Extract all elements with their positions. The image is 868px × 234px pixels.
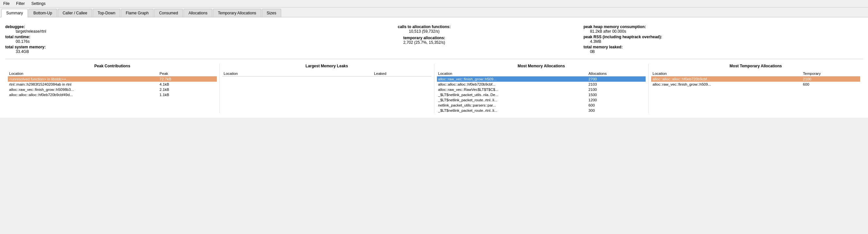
- table-row[interactable]: alloc::raw_vec::finish_grow::h5098b3...: [8, 87, 158, 92]
- table-row[interactable]: _$LT$netlink_packet_route..rtnl..li...: [437, 97, 588, 103]
- peak-rss-label: peak RSS (including heaptrack overhead):: [584, 35, 662, 39]
- tab-temporary-allocations[interactable]: Temporary Allocations: [213, 9, 261, 17]
- temp-col-temporary: Temporary: [802, 71, 860, 77]
- main-content: debuggee: target/release/rtnl total runt…: [0, 17, 868, 118]
- system-memory-value: 33.4GB: [5, 49, 29, 54]
- peak-rss-value: 4.3MB: [584, 39, 601, 44]
- allocs-col-location: Location: [437, 71, 588, 77]
- info-col-left: debuggee: target/release/rtnl total runt…: [5, 25, 284, 55]
- charts-section: Peak Contributions Location Peak <unreso…: [5, 59, 863, 113]
- leaks-col-leaked: Leaked: [373, 71, 431, 77]
- table-row[interactable]: _$LT$netlink_packet_utils..nla..De...: [437, 92, 588, 97]
- tab-bottom-up[interactable]: Bottom-Up: [28, 9, 57, 17]
- largest-leaks-table: Location Leaked: [222, 71, 431, 77]
- peak-contributions-panel: Peak Contributions Location Peak <unreso…: [5, 64, 220, 113]
- table-row[interactable]: alloc::raw_vec::RawVec$LT$T$C$...: [437, 87, 588, 92]
- info-col-right: peak heap memory consumption: 81.2kB aft…: [564, 25, 863, 55]
- debuggee-label: debuggee:: [5, 25, 25, 29]
- menu-file[interactable]: File: [2, 1, 11, 6]
- temp-col-location: Location: [651, 71, 802, 77]
- peak-heap-value: 81.2kB after 00.000s: [584, 29, 626, 34]
- peak-col-location: Location: [8, 71, 158, 77]
- largest-leaks-panel: Largest Memory Leaks Location Leaked: [220, 64, 434, 113]
- total-leaked-label: total memory leaked:: [584, 45, 623, 49]
- largest-leaks-title: Largest Memory Leaks: [222, 64, 431, 68]
- peak-col-peak: Peak: [158, 71, 217, 77]
- table-row[interactable]: alloc::alloc::alloc::hf0eb720b9cbf49d...: [8, 92, 158, 97]
- table-row[interactable]: netlink_packet_utils::parsers::par...: [437, 103, 588, 108]
- calls-label: calls to allocation functions:: [398, 25, 451, 29]
- tab-consumed[interactable]: Consumed: [154, 9, 183, 17]
- tab-caller-callee[interactable]: Caller / Callee: [58, 9, 92, 17]
- runtime-label: total runtime:: [5, 35, 30, 39]
- tab-sizes[interactable]: Sizes: [262, 9, 281, 17]
- menubar: File Filter Settings: [0, 0, 868, 7]
- table-row[interactable]: alloc::raw_vec::finish_grow::h509...: [651, 82, 802, 87]
- tab-summary[interactable]: Summary: [1, 9, 28, 17]
- tab-allocations[interactable]: Allocations: [184, 9, 212, 17]
- table-row[interactable]: alloc::raw_vec::finish_grow::h509...: [437, 77, 588, 82]
- leaks-col-location: Location: [222, 71, 373, 77]
- table-row[interactable]: alloc::alloc::alloc::hf0eb720b9cbf...: [651, 77, 802, 82]
- menu-settings[interactable]: Settings: [30, 1, 47, 6]
- tab-bar: Summary Bottom-Up Caller / Callee Top-Do…: [0, 7, 868, 17]
- calls-value: 10,513 (59,732/s): [409, 29, 439, 34]
- most-temporary-title: Most Temporary Allocations: [651, 64, 860, 68]
- info-col-center: calls to allocation functions: 10,513 (5…: [284, 25, 564, 55]
- table-row[interactable]: <unresolved function> in libstdc++....: [8, 77, 158, 82]
- tab-top-down[interactable]: Top-Down: [93, 9, 120, 17]
- most-allocations-table: Location Allocations alloc::raw_vec::fin…: [437, 71, 646, 113]
- most-temporary-table: Location Temporary alloc::alloc::alloc::…: [651, 71, 860, 87]
- allocs-col-allocs: Allocations: [587, 71, 646, 77]
- total-leaked-value: 0B: [584, 49, 595, 54]
- system-memory-label: total system memory:: [5, 45, 46, 49]
- info-section: debuggee: target/release/rtnl total runt…: [5, 22, 863, 59]
- most-allocations-panel: Most Memory Allocations Location Allocat…: [434, 64, 649, 113]
- peak-heap-label: peak heap memory consumption:: [584, 25, 646, 29]
- menu-filter[interactable]: Filter: [15, 1, 26, 6]
- debuggee-value: target/release/rtnl: [5, 29, 46, 34]
- most-allocations-title: Most Memory Allocations: [437, 64, 646, 68]
- temp-alloc-label: temporary allocations:: [403, 36, 445, 40]
- peak-contributions-table: Location Peak <unresolved function> in l…: [8, 71, 217, 97]
- most-temporary-panel: Most Temporary Allocations Location Temp…: [649, 64, 863, 113]
- temp-alloc-value: 2,702 (25.7%, 15,352/s): [403, 40, 445, 45]
- table-row[interactable]: alloc::alloc::alloc::hf0eb720b9cbf...: [437, 82, 588, 87]
- table-row[interactable]: _$LT$netlink_packet_route..rtnl..li...: [437, 108, 588, 113]
- runtime-value: 00.176s: [5, 39, 30, 44]
- table-row[interactable]: rtnl::main::h2983f152402084ab in rtnl: [8, 82, 158, 87]
- tab-flame-graph[interactable]: Flame Graph: [121, 9, 154, 17]
- peak-contributions-title: Peak Contributions: [8, 64, 217, 68]
